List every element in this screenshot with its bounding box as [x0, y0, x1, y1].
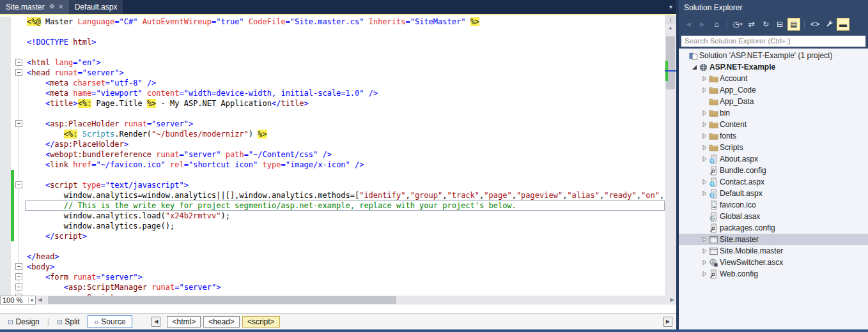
collapse-all-icon[interactable]: ⊟: [773, 18, 786, 31]
code-line[interactable]: [0, 170, 665, 180]
tree-item-site-master[interactable]: Site.master: [679, 234, 868, 245]
code-line[interactable]: <%: Scripts.Render("~/bundles/modernizr"…: [0, 129, 665, 139]
breakpoint-margin[interactable]: [0, 57, 11, 68]
tree-item-fonts[interactable]: fonts: [679, 130, 868, 142]
code-line[interactable]: −<html lang="en">: [0, 57, 665, 68]
code-line[interactable]: // This is the write key for project seg…: [0, 200, 665, 211]
breakpoint-margin[interactable]: [0, 119, 11, 129]
code-line[interactable]: <meta name="viewport" content="width=dev…: [0, 88, 665, 98]
expand-arrow-icon[interactable]: [701, 190, 709, 197]
navigate-forward-icon[interactable]: ►: [696, 18, 709, 31]
breakpoint-margin[interactable]: [0, 139, 11, 149]
breakpoint-margin[interactable]: [0, 17, 11, 27]
document-list-dropdown-icon[interactable]: ▾: [669, 3, 672, 10]
tree-item-about-aspx[interactable]: About.aspx: [679, 153, 868, 165]
breakpoint-margin[interactable]: [0, 27, 11, 37]
breakpoint-margin[interactable]: [0, 160, 11, 170]
splitter-handle-icon[interactable]: ↕: [665, 15, 676, 24]
breakpoint-margin[interactable]: [0, 37, 11, 47]
scrollbar-thumb[interactable]: [48, 296, 396, 304]
tree-item-packages-config[interactable]: packages.config: [679, 222, 868, 234]
breakpoint-margin[interactable]: [0, 200, 11, 211]
tab-default-aspx[interactable]: Default.aspx: [69, 0, 123, 14]
tree-item-scripts[interactable]: Scripts: [679, 142, 868, 153]
code-line[interactable]: window.analytics.page();: [0, 221, 665, 231]
breakpoint-margin[interactable]: [0, 252, 11, 262]
code-line[interactable]: [0, 27, 665, 37]
navigate-back-icon[interactable]: ◄: [682, 18, 695, 31]
vertical-scroll-track[interactable]: [665, 32, 676, 296]
breakpoint-margin[interactable]: [0, 190, 11, 200]
tree-item-favicon-ico[interactable]: favicon.ico: [679, 199, 868, 211]
code-line[interactable]: [0, 47, 665, 57]
code-line[interactable]: window.analytics=window.analytics||[],wi…: [0, 190, 665, 200]
expand-arrow-icon[interactable]: [701, 236, 709, 243]
breakpoint-margin[interactable]: [0, 221, 11, 231]
breadcrumb-left-button[interactable]: ◀: [151, 317, 160, 327]
code-line[interactable]: −<body>: [0, 262, 665, 272]
code-line[interactable]: <webopt:bundlereference runat="server" p…: [0, 149, 665, 160]
tree-item-asp-net-example[interactable]: ASP.NET-Example: [679, 61, 868, 73]
refresh-icon[interactable]: ↻: [759, 18, 772, 31]
tree-item-app-data[interactable]: App_Data: [679, 96, 868, 107]
breakpoint-margin[interactable]: [0, 47, 11, 57]
expand-arrow-icon[interactable]: [701, 75, 709, 82]
tree-item-solution-asp-net-example-1-project[interactable]: Solution 'ASP.NET-Example' (1 project): [679, 50, 868, 61]
fold-toggle[interactable]: −: [15, 263, 22, 270]
expand-arrow-icon[interactable]: [701, 156, 709, 162]
tree-item-content[interactable]: Content: [679, 119, 868, 130]
expand-arrow-icon[interactable]: [701, 271, 709, 277]
code-line[interactable]: − <script type="text/javascript">: [0, 180, 665, 190]
breakpoint-margin[interactable]: [0, 170, 11, 180]
breakpoint-margin[interactable]: [0, 68, 11, 78]
breakpoint-margin[interactable]: [0, 129, 11, 139]
search-input[interactable]: [681, 35, 866, 47]
code-line[interactable]: <link href="~/favicon.ico" rel="shortcut…: [0, 160, 665, 170]
expand-arrow-icon[interactable]: [701, 87, 709, 93]
expand-arrow-icon[interactable]: [701, 144, 709, 151]
properties-icon[interactable]: [823, 18, 835, 31]
pin-icon[interactable]: [49, 3, 55, 11]
breakpoint-margin[interactable]: [0, 262, 11, 272]
tree-item-app-code[interactable]: App_Code: [679, 84, 868, 96]
code-line[interactable]: <%@ Master Language="C#" AutoEventWireup…: [0, 17, 665, 27]
split-view-button[interactable]: ⊟ Split: [53, 316, 84, 328]
tab-site-master[interactable]: Site.master ×: [0, 0, 69, 14]
close-icon[interactable]: ×: [59, 3, 63, 11]
code-line[interactable]: </head>: [0, 252, 665, 262]
code-line[interactable]: [0, 109, 665, 119]
horizontal-scroll-track[interactable]: [44, 296, 668, 305]
tree-item-contact-aspx[interactable]: Contact.aspx: [679, 176, 868, 188]
fold-toggle[interactable]: −: [15, 181, 22, 188]
code-line[interactable]: </script>: [0, 231, 665, 241]
breakpoint-margin[interactable]: [0, 149, 11, 160]
fold-toggle[interactable]: −: [15, 69, 22, 76]
expand-arrow-icon[interactable]: [701, 133, 709, 139]
breakpoint-margin[interactable]: [0, 211, 11, 221]
view-code-icon[interactable]: <>: [809, 18, 821, 31]
scroll-right-button[interactable]: ▶: [668, 296, 676, 305]
vertical-scrollbar[interactable]: ↕ ▲ ▼: [665, 15, 676, 305]
collapse-arrow-icon[interactable]: [690, 64, 699, 70]
expand-arrow-icon[interactable]: [701, 110, 709, 116]
breakpoint-margin[interactable]: [0, 180, 11, 190]
tree-item-viewswitcher-ascx[interactable]: ViewSwitcher.ascx: [679, 257, 868, 268]
sync-with-active-document-icon[interactable]: ⇄: [745, 18, 758, 31]
preview-selected-items-icon[interactable]: ▬: [837, 18, 849, 31]
tree-item-default-aspx[interactable]: Default.aspx: [679, 188, 868, 199]
breadcrumb-tag-button[interactable]: <head>: [203, 316, 240, 328]
code-line[interactable]: window.analytics.load("x24b2rmtvv");: [0, 211, 665, 221]
tree-item-global-asax[interactable]: Global.asax: [679, 211, 868, 222]
expand-arrow-icon[interactable]: [701, 121, 709, 128]
expand-arrow-icon[interactable]: [701, 248, 709, 254]
code-editor[interactable]: <%@ Master Language="C#" AutoEventWireup…: [0, 15, 665, 305]
breakpoint-margin[interactable]: [0, 272, 11, 282]
tree-item-bundle-config[interactable]: Bundle.config: [679, 165, 868, 176]
code-line[interactable]: − <asp:PlaceHolder runat="server">: [0, 119, 665, 129]
home-icon[interactable]: ⌂: [710, 18, 723, 31]
pending-changes-filter-icon[interactable]: ◷▾: [731, 18, 744, 31]
show-all-files-icon[interactable]: ▤: [787, 18, 800, 31]
tree-item-web-config[interactable]: Web.config: [679, 268, 868, 280]
code-line[interactable]: <meta charset="utf-8" />: [0, 78, 665, 88]
breakpoint-margin[interactable]: [0, 241, 11, 252]
